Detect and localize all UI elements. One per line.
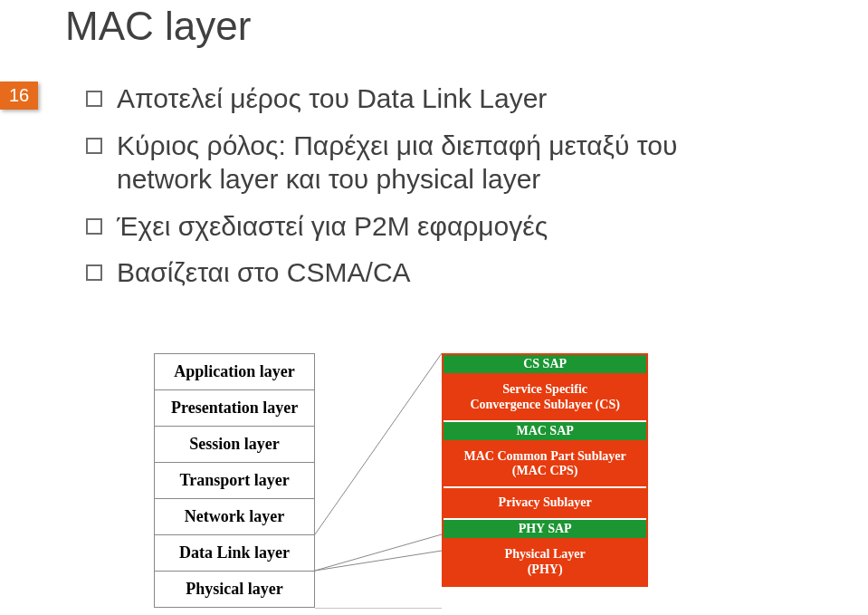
bullet-list: Αποτελεί μέρος του Data Link Layer Κύριο… <box>86 82 765 303</box>
list-item: Αποτελεί μέρος του Data Link Layer <box>86 82 765 116</box>
list-item: Βασίζεται στο CSMA/CA <box>86 255 765 290</box>
sap-row: PHY SAP <box>444 520 646 540</box>
bullet-text: Αποτελεί μέρος του Data Link Layer <box>117 82 547 116</box>
sublayer-row: MAC Common Part Sublayer(MAC CPS) <box>444 442 646 489</box>
sap-row: CS SAP <box>444 355 646 375</box>
osi-row: Network layer <box>155 499 314 535</box>
sublayer-row: Privacy Sublayer <box>444 488 646 520</box>
bullet-square-icon <box>86 91 102 107</box>
bullet-square-icon <box>86 218 102 235</box>
osi-row: Presentation layer <box>155 390 314 427</box>
osi-row: Session layer <box>155 427 314 463</box>
svg-line-2 <box>315 551 442 571</box>
svg-line-0 <box>315 353 442 534</box>
osi-row: Physical layer <box>155 572 314 607</box>
sublayer-row: Service SpecificConvergence Sublayer (CS… <box>444 375 646 422</box>
osi-stack: Application layer Presentation layer Ses… <box>154 353 315 608</box>
slide-number-badge: 16 <box>0 82 38 110</box>
sublayer-row: Physical Layer(PHY) <box>444 540 646 585</box>
osi-row: Transport layer <box>155 463 314 499</box>
list-item: Έχει σχεδιαστεί για P2M εφαρμογές <box>86 209 765 244</box>
page-title: MAC layer <box>65 4 251 49</box>
svg-line-1 <box>315 534 442 571</box>
bullet-text: Κύριος ρόλος: Παρέχει μια διεπαφή μεταξύ… <box>117 129 765 197</box>
bullet-text: Βασίζεται στο CSMA/CA <box>117 255 411 290</box>
mac-phy-stack: CS SAP Service SpecificConvergence Subla… <box>442 353 648 587</box>
osi-row: Application layer <box>155 354 314 390</box>
connector-lines <box>315 353 442 609</box>
layer-diagram: Application layer Presentation layer Ses… <box>154 353 648 609</box>
connector-svg <box>315 353 442 609</box>
bullet-square-icon <box>86 138 102 154</box>
osi-row: Data Link layer <box>155 535 314 572</box>
bullet-text: Έχει σχεδιαστεί για P2M εφαρμογές <box>117 209 548 244</box>
sap-row: MAC SAP <box>444 422 646 442</box>
bullet-square-icon <box>86 264 102 281</box>
list-item: Κύριος ρόλος: Παρέχει μια διεπαφή μεταξύ… <box>86 129 765 197</box>
